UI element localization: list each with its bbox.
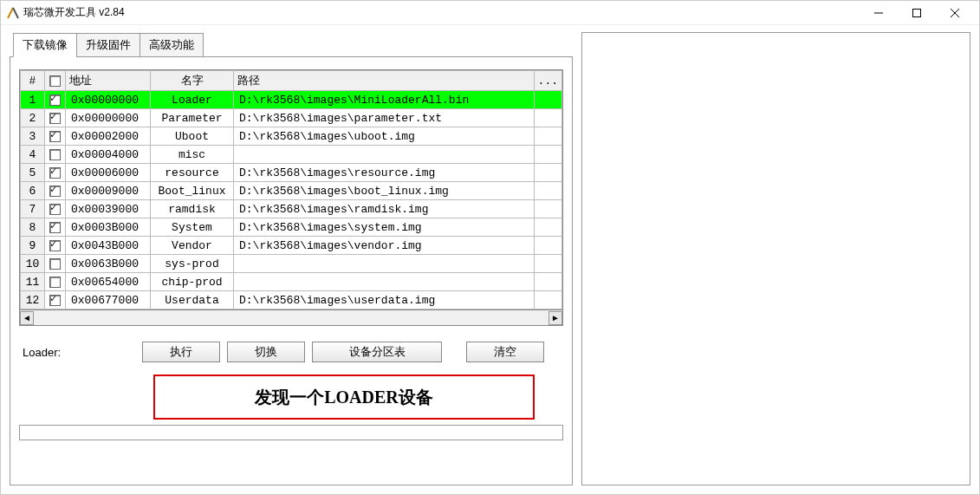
row-extra[interactable]: [534, 182, 561, 200]
row-address[interactable]: 0x00009000: [66, 182, 151, 200]
row-name[interactable]: sys-prod: [151, 255, 234, 273]
row-checkbox-cell[interactable]: [45, 200, 66, 218]
row-checkbox-cell[interactable]: [45, 127, 66, 146]
row-extra[interactable]: [534, 127, 561, 146]
row-checkbox-cell[interactable]: [45, 255, 66, 273]
scroll-left-arrow-icon[interactable]: ◄: [20, 311, 34, 325]
table-row[interactable]: 100x0063B000sys-prod: [21, 255, 562, 273]
row-name[interactable]: Uboot: [151, 127, 234, 146]
row-path[interactable]: D:\rk3568\images\userdata.img: [234, 291, 535, 309]
scroll-right-arrow-icon[interactable]: ►: [548, 311, 562, 325]
header-checkbox-icon[interactable]: [49, 75, 61, 87]
table-row[interactable]: 60x00009000Boot_linuxD:\rk3568\images\bo…: [21, 182, 562, 200]
maximize-button[interactable]: [898, 1, 936, 25]
partition-table-button[interactable]: 设备分区表: [312, 342, 442, 362]
row-checkbox-cell[interactable]: [45, 146, 66, 164]
tab-1[interactable]: 升级固件: [76, 33, 140, 57]
checkbox-icon[interactable]: [49, 94, 61, 106]
table-row[interactable]: 80x0003B000SystemD:\rk3568\images\system…: [21, 218, 562, 237]
row-name[interactable]: ramdisk: [151, 200, 234, 218]
checkbox-icon[interactable]: [49, 204, 61, 215]
row-address[interactable]: 0x00002000: [66, 127, 151, 146]
row-address[interactable]: 0x00677000: [66, 291, 151, 309]
header-checkbox[interactable]: [45, 71, 66, 91]
row-extra[interactable]: [534, 164, 561, 182]
row-name[interactable]: chip-prod: [151, 273, 234, 291]
log-pane[interactable]: [581, 32, 970, 485]
row-extra[interactable]: [534, 255, 561, 273]
row-path[interactable]: D:\rk3568\images\MiniLoaderAll.bin: [234, 91, 535, 109]
row-name[interactable]: Vendor: [151, 237, 234, 255]
row-extra[interactable]: [534, 218, 561, 237]
row-extra[interactable]: [534, 291, 561, 309]
row-checkbox-cell[interactable]: [45, 291, 66, 309]
row-address[interactable]: 0x00000000: [66, 91, 151, 109]
row-path[interactable]: D:\rk3568\images\parameter.txt: [234, 109, 535, 127]
row-name[interactable]: Boot_linux: [151, 182, 234, 200]
row-checkbox-cell[interactable]: [45, 273, 66, 291]
tab-0[interactable]: 下载镜像: [13, 33, 77, 57]
row-extra[interactable]: [534, 109, 561, 127]
row-checkbox-cell[interactable]: [45, 109, 66, 127]
row-checkbox-cell[interactable]: [45, 237, 66, 255]
table-row[interactable]: 10x00000000LoaderD:\rk3568\images\MiniLo…: [21, 91, 562, 109]
row-path[interactable]: [234, 273, 535, 291]
row-address[interactable]: 0x00039000: [66, 200, 151, 218]
header-path[interactable]: 路径: [234, 71, 535, 91]
row-name[interactable]: resource: [151, 164, 234, 182]
row-path[interactable]: D:\rk3568\images\system.img: [234, 218, 535, 237]
header-address[interactable]: 地址: [66, 71, 151, 91]
checkbox-icon[interactable]: [49, 240, 61, 251]
minimize-button[interactable]: [860, 1, 898, 25]
row-checkbox-cell[interactable]: [45, 91, 66, 109]
row-address[interactable]: 0x00004000: [66, 146, 151, 164]
row-checkbox-cell[interactable]: [45, 218, 66, 237]
row-path[interactable]: [234, 255, 535, 273]
row-address[interactable]: 0x00000000: [66, 109, 151, 127]
checkbox-icon[interactable]: [49, 295, 61, 306]
checkbox-icon[interactable]: [49, 149, 61, 160]
row-address[interactable]: 0x0003B000: [66, 218, 151, 237]
row-checkbox-cell[interactable]: [45, 182, 66, 200]
row-name[interactable]: Parameter: [151, 109, 234, 127]
table-row[interactable]: 120x00677000UserdataD:\rk3568\images\use…: [21, 291, 562, 309]
row-name[interactable]: misc: [151, 146, 234, 164]
table-row[interactable]: 50x00006000resourceD:\rk3568\images\reso…: [21, 164, 562, 182]
table-row[interactable]: 40x00004000misc: [21, 146, 562, 164]
row-name[interactable]: Userdata: [151, 291, 234, 309]
row-address[interactable]: 0x0063B000: [66, 255, 151, 273]
row-checkbox-cell[interactable]: [45, 164, 66, 182]
run-button[interactable]: 执行: [142, 342, 220, 362]
checkbox-icon[interactable]: [49, 113, 61, 124]
row-name[interactable]: System: [151, 218, 234, 237]
close-button[interactable]: [936, 1, 974, 25]
row-extra[interactable]: [534, 200, 561, 218]
row-extra[interactable]: [534, 146, 561, 164]
row-path[interactable]: [234, 146, 535, 164]
row-path[interactable]: D:\rk3568\images\resource.img: [234, 164, 535, 182]
horizontal-scrollbar[interactable]: ◄ ►: [19, 310, 563, 326]
header-index[interactable]: #: [21, 71, 45, 91]
row-path[interactable]: D:\rk3568\images\uboot.img: [234, 127, 535, 146]
row-name[interactable]: Loader: [151, 91, 234, 109]
clear-button[interactable]: 清空: [466, 342, 544, 362]
row-address[interactable]: 0x00654000: [66, 273, 151, 291]
header-name[interactable]: 名字: [151, 71, 234, 91]
tab-2[interactable]: 高级功能: [140, 33, 204, 57]
table-row[interactable]: 30x00002000UbootD:\rk3568\images\uboot.i…: [21, 127, 562, 146]
row-path[interactable]: D:\rk3568\images\ramdisk.img: [234, 200, 535, 218]
row-path[interactable]: D:\rk3568\images\vendor.img: [234, 237, 535, 255]
checkbox-icon[interactable]: [49, 167, 61, 179]
table-row[interactable]: 110x00654000chip-prod: [21, 273, 562, 291]
table-row[interactable]: 70x00039000ramdiskD:\rk3568\images\ramdi…: [21, 200, 562, 218]
header-extra[interactable]: ...: [534, 71, 561, 91]
row-extra[interactable]: [534, 273, 561, 291]
row-extra[interactable]: [534, 237, 561, 255]
row-address[interactable]: 0x00006000: [66, 164, 151, 182]
checkbox-icon[interactable]: [49, 277, 61, 288]
checkbox-icon[interactable]: [49, 258, 61, 270]
row-extra[interactable]: [534, 91, 561, 109]
switch-button[interactable]: 切换: [227, 342, 305, 362]
table-row[interactable]: 90x0043B000VendorD:\rk3568\images\vendor…: [21, 237, 562, 255]
checkbox-icon[interactable]: [49, 131, 61, 142]
